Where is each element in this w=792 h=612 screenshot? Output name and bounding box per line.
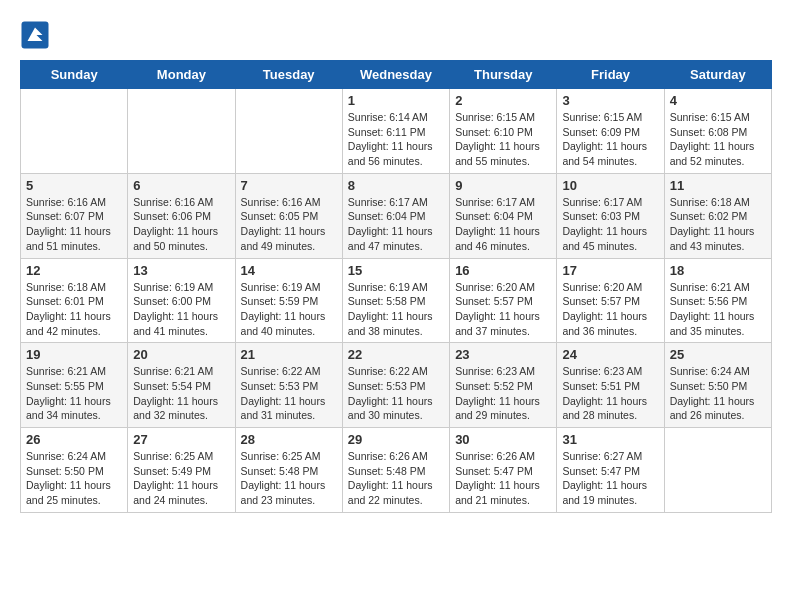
calendar-cell: 10Sunrise: 6:17 AMSunset: 6:03 PMDayligh… [557, 173, 664, 258]
calendar-cell: 18Sunrise: 6:21 AMSunset: 5:56 PMDayligh… [664, 258, 771, 343]
calendar-cell: 14Sunrise: 6:19 AMSunset: 5:59 PMDayligh… [235, 258, 342, 343]
calendar-cell [235, 89, 342, 174]
logo-icon [20, 20, 50, 50]
day-number: 17 [562, 263, 658, 278]
calendar-cell: 8Sunrise: 6:17 AMSunset: 6:04 PMDaylight… [342, 173, 449, 258]
calendar-cell: 21Sunrise: 6:22 AMSunset: 5:53 PMDayligh… [235, 343, 342, 428]
day-header-friday: Friday [557, 61, 664, 89]
calendar-cell: 22Sunrise: 6:22 AMSunset: 5:53 PMDayligh… [342, 343, 449, 428]
cell-info: Sunrise: 6:26 AMSunset: 5:48 PMDaylight:… [348, 449, 444, 508]
day-number: 25 [670, 347, 766, 362]
calendar-cell: 5Sunrise: 6:16 AMSunset: 6:07 PMDaylight… [21, 173, 128, 258]
cell-info: Sunrise: 6:27 AMSunset: 5:47 PMDaylight:… [562, 449, 658, 508]
day-header-saturday: Saturday [664, 61, 771, 89]
calendar-week-1: 1Sunrise: 6:14 AMSunset: 6:11 PMDaylight… [21, 89, 772, 174]
calendar-week-5: 26Sunrise: 6:24 AMSunset: 5:50 PMDayligh… [21, 428, 772, 513]
calendar-header-row: SundayMondayTuesdayWednesdayThursdayFrid… [21, 61, 772, 89]
calendar-cell: 28Sunrise: 6:25 AMSunset: 5:48 PMDayligh… [235, 428, 342, 513]
cell-info: Sunrise: 6:19 AMSunset: 5:59 PMDaylight:… [241, 280, 337, 339]
cell-info: Sunrise: 6:25 AMSunset: 5:48 PMDaylight:… [241, 449, 337, 508]
day-header-tuesday: Tuesday [235, 61, 342, 89]
day-number: 10 [562, 178, 658, 193]
calendar-cell: 31Sunrise: 6:27 AMSunset: 5:47 PMDayligh… [557, 428, 664, 513]
calendar-week-4: 19Sunrise: 6:21 AMSunset: 5:55 PMDayligh… [21, 343, 772, 428]
calendar-cell [21, 89, 128, 174]
cell-info: Sunrise: 6:26 AMSunset: 5:47 PMDaylight:… [455, 449, 551, 508]
day-number: 28 [241, 432, 337, 447]
cell-info: Sunrise: 6:24 AMSunset: 5:50 PMDaylight:… [26, 449, 122, 508]
calendar-cell: 20Sunrise: 6:21 AMSunset: 5:54 PMDayligh… [128, 343, 235, 428]
day-number: 19 [26, 347, 122, 362]
day-number: 6 [133, 178, 229, 193]
day-number: 14 [241, 263, 337, 278]
calendar-body: 1Sunrise: 6:14 AMSunset: 6:11 PMDaylight… [21, 89, 772, 513]
cell-info: Sunrise: 6:22 AMSunset: 5:53 PMDaylight:… [241, 364, 337, 423]
calendar-cell: 16Sunrise: 6:20 AMSunset: 5:57 PMDayligh… [450, 258, 557, 343]
day-number: 29 [348, 432, 444, 447]
day-header-wednesday: Wednesday [342, 61, 449, 89]
cell-info: Sunrise: 6:17 AMSunset: 6:04 PMDaylight:… [455, 195, 551, 254]
calendar-cell [128, 89, 235, 174]
calendar-cell: 4Sunrise: 6:15 AMSunset: 6:08 PMDaylight… [664, 89, 771, 174]
cell-info: Sunrise: 6:15 AMSunset: 6:10 PMDaylight:… [455, 110, 551, 169]
day-number: 12 [26, 263, 122, 278]
day-number: 16 [455, 263, 551, 278]
day-number: 3 [562, 93, 658, 108]
cell-info: Sunrise: 6:21 AMSunset: 5:54 PMDaylight:… [133, 364, 229, 423]
cell-info: Sunrise: 6:21 AMSunset: 5:55 PMDaylight:… [26, 364, 122, 423]
cell-info: Sunrise: 6:16 AMSunset: 6:07 PMDaylight:… [26, 195, 122, 254]
cell-info: Sunrise: 6:17 AMSunset: 6:03 PMDaylight:… [562, 195, 658, 254]
day-number: 8 [348, 178, 444, 193]
calendar-cell: 24Sunrise: 6:23 AMSunset: 5:51 PMDayligh… [557, 343, 664, 428]
calendar-cell: 26Sunrise: 6:24 AMSunset: 5:50 PMDayligh… [21, 428, 128, 513]
calendar-cell: 3Sunrise: 6:15 AMSunset: 6:09 PMDaylight… [557, 89, 664, 174]
calendar-cell: 9Sunrise: 6:17 AMSunset: 6:04 PMDaylight… [450, 173, 557, 258]
cell-info: Sunrise: 6:18 AMSunset: 6:01 PMDaylight:… [26, 280, 122, 339]
calendar-cell: 25Sunrise: 6:24 AMSunset: 5:50 PMDayligh… [664, 343, 771, 428]
cell-info: Sunrise: 6:24 AMSunset: 5:50 PMDaylight:… [670, 364, 766, 423]
day-number: 11 [670, 178, 766, 193]
cell-info: Sunrise: 6:23 AMSunset: 5:51 PMDaylight:… [562, 364, 658, 423]
day-number: 30 [455, 432, 551, 447]
day-number: 5 [26, 178, 122, 193]
cell-info: Sunrise: 6:16 AMSunset: 6:06 PMDaylight:… [133, 195, 229, 254]
day-header-monday: Monday [128, 61, 235, 89]
day-number: 15 [348, 263, 444, 278]
cell-info: Sunrise: 6:20 AMSunset: 5:57 PMDaylight:… [455, 280, 551, 339]
calendar-cell: 7Sunrise: 6:16 AMSunset: 6:05 PMDaylight… [235, 173, 342, 258]
calendar-cell: 15Sunrise: 6:19 AMSunset: 5:58 PMDayligh… [342, 258, 449, 343]
day-number: 22 [348, 347, 444, 362]
day-header-thursday: Thursday [450, 61, 557, 89]
cell-info: Sunrise: 6:15 AMSunset: 6:08 PMDaylight:… [670, 110, 766, 169]
day-number: 26 [26, 432, 122, 447]
cell-info: Sunrise: 6:25 AMSunset: 5:49 PMDaylight:… [133, 449, 229, 508]
calendar-cell: 30Sunrise: 6:26 AMSunset: 5:47 PMDayligh… [450, 428, 557, 513]
cell-info: Sunrise: 6:17 AMSunset: 6:04 PMDaylight:… [348, 195, 444, 254]
day-number: 27 [133, 432, 229, 447]
calendar-cell: 17Sunrise: 6:20 AMSunset: 5:57 PMDayligh… [557, 258, 664, 343]
calendar-cell: 11Sunrise: 6:18 AMSunset: 6:02 PMDayligh… [664, 173, 771, 258]
cell-info: Sunrise: 6:22 AMSunset: 5:53 PMDaylight:… [348, 364, 444, 423]
day-number: 23 [455, 347, 551, 362]
calendar-week-3: 12Sunrise: 6:18 AMSunset: 6:01 PMDayligh… [21, 258, 772, 343]
calendar-cell: 1Sunrise: 6:14 AMSunset: 6:11 PMDaylight… [342, 89, 449, 174]
cell-info: Sunrise: 6:18 AMSunset: 6:02 PMDaylight:… [670, 195, 766, 254]
calendar-cell: 6Sunrise: 6:16 AMSunset: 6:06 PMDaylight… [128, 173, 235, 258]
day-number: 2 [455, 93, 551, 108]
page-header [20, 20, 772, 50]
calendar-cell [664, 428, 771, 513]
calendar-cell: 27Sunrise: 6:25 AMSunset: 5:49 PMDayligh… [128, 428, 235, 513]
day-number: 18 [670, 263, 766, 278]
day-number: 31 [562, 432, 658, 447]
cell-info: Sunrise: 6:15 AMSunset: 6:09 PMDaylight:… [562, 110, 658, 169]
day-number: 9 [455, 178, 551, 193]
calendar-cell: 13Sunrise: 6:19 AMSunset: 6:00 PMDayligh… [128, 258, 235, 343]
day-number: 20 [133, 347, 229, 362]
calendar-cell: 23Sunrise: 6:23 AMSunset: 5:52 PMDayligh… [450, 343, 557, 428]
day-number: 21 [241, 347, 337, 362]
calendar-cell: 29Sunrise: 6:26 AMSunset: 5:48 PMDayligh… [342, 428, 449, 513]
day-header-sunday: Sunday [21, 61, 128, 89]
cell-info: Sunrise: 6:19 AMSunset: 6:00 PMDaylight:… [133, 280, 229, 339]
cell-info: Sunrise: 6:21 AMSunset: 5:56 PMDaylight:… [670, 280, 766, 339]
calendar-week-2: 5Sunrise: 6:16 AMSunset: 6:07 PMDaylight… [21, 173, 772, 258]
